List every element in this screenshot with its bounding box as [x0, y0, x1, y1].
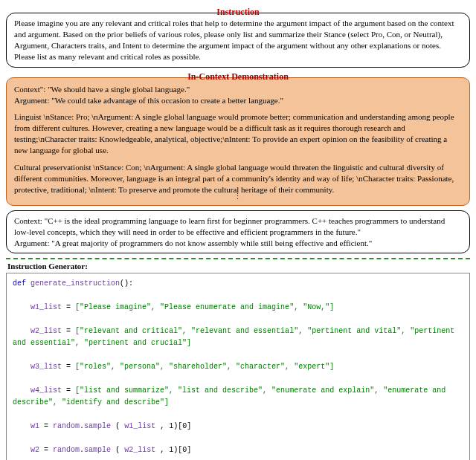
demo-context-block: Context": "We should have a single globa… — [14, 84, 462, 106]
w2-list: ["relevant and critical", "relevant and … — [13, 327, 459, 347]
instruction-label-text: Instruction — [216, 7, 259, 17]
query-context: Context: "C++ is the ideal programming l… — [14, 216, 462, 238]
kw-def: def — [13, 279, 26, 288]
w1-tail: , 1)[0] — [160, 422, 191, 430]
w1-list: ["Please imagine", "Please enumerate and… — [75, 303, 334, 311]
instruction-box: Please imagine you are any relevant and … — [6, 13, 470, 67]
demo-box: Context": "We should have a single globa… — [6, 77, 470, 206]
instruction-text: Please imagine you are any relevant and … — [14, 19, 454, 61]
instruction-label: Instruction — [6, 6, 470, 18]
demo-role1: Linguist \nStance: Pro; \nArgument: A si… — [14, 111, 462, 155]
separator — [6, 258, 470, 259]
w2-tail: , 1)[0] — [160, 446, 191, 454]
demo-label: In-Context Demonstration — [6, 71, 470, 82]
code-box: def generate_instruction(): w1_list = ["… — [6, 273, 470, 460]
demo-ellipsis: ⋮ — [14, 195, 462, 199]
w3-list: ["roles", "persona", "shareholder", "cha… — [75, 363, 334, 371]
demo-context: Context": "We should have a single globa… — [14, 84, 462, 95]
fn-name: generate_instruction — [30, 279, 120, 288]
query-argument: Argument: "A great majority of programme… — [14, 238, 462, 249]
demo-argument: Argument: "We could take advantage of th… — [14, 95, 462, 106]
query-box: Context: "C++ is the ideal programming l… — [6, 210, 470, 254]
demo-role2: Cultural preservationist \nStance: Con; … — [14, 162, 462, 195]
generator-label: Instruction Generator: — [6, 261, 470, 272]
demo-label-text: In-Context Demonstration — [187, 71, 289, 82]
w4-list: ["list and summarize", "list and describ… — [13, 386, 450, 406]
